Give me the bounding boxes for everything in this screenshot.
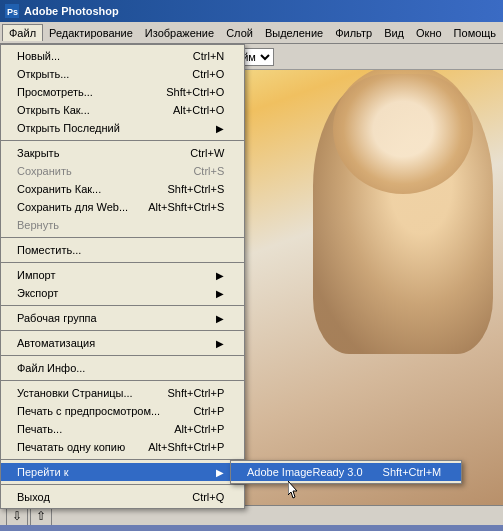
- separator-9: [1, 484, 244, 485]
- menu-save[interactable]: Сохранить Ctrl+S: [1, 162, 244, 180]
- main-area: Разрешение: пиксели/дюйм Новый... Ctrl+N…: [0, 44, 503, 525]
- menu-new[interactable]: Новый... Ctrl+N: [1, 47, 244, 65]
- app-icon: Ps: [4, 3, 20, 19]
- menu-bar: Файл Редактирование Изображение Слой Выд…: [0, 22, 503, 44]
- menu-layer[interactable]: Слой: [220, 25, 259, 41]
- file-dropdown-menu: Новый... Ctrl+N Открыть... Ctrl+O Просмо…: [0, 44, 245, 509]
- separator-5: [1, 330, 244, 331]
- menu-save-as[interactable]: Сохранить Как... Shft+Ctrl+S: [1, 180, 244, 198]
- menu-file[interactable]: Файл: [2, 24, 43, 41]
- menu-view[interactable]: Вид: [378, 25, 410, 41]
- separator-2: [1, 237, 244, 238]
- menu-goto[interactable]: Перейти к ▶: [1, 463, 244, 481]
- menu-place[interactable]: Поместить...: [1, 241, 244, 259]
- menu-image[interactable]: Изображение: [139, 25, 220, 41]
- separator-7: [1, 380, 244, 381]
- menu-browse[interactable]: Просмотреть... Shft+Ctrl+O: [1, 83, 244, 101]
- menu-workgroup[interactable]: Рабочая группа ▶: [1, 309, 244, 327]
- separator-3: [1, 262, 244, 263]
- menu-window[interactable]: Окно: [410, 25, 448, 41]
- menu-automate[interactable]: Автоматизация ▶: [1, 334, 244, 352]
- submenu-imageready[interactable]: Adobe ImageReady 3.0 Shft+Ctrl+M: [231, 463, 461, 481]
- goto-submenu: Adobe ImageReady 3.0 Shft+Ctrl+M: [230, 460, 462, 484]
- menu-print-preview[interactable]: Печать с предпросмотром... Ctrl+P: [1, 402, 244, 420]
- jump-to-icon: ⇩: [12, 509, 22, 523]
- separator-8: [1, 459, 244, 460]
- menu-edit[interactable]: Редактирование: [43, 25, 139, 41]
- menu-revert: Вернуть: [1, 216, 244, 234]
- menu-print-one[interactable]: Печатать одну копию Alt+Shft+Ctrl+P: [1, 438, 244, 456]
- menu-close[interactable]: Закрыть Ctrl+W: [1, 144, 244, 162]
- separator-6: [1, 355, 244, 356]
- menu-open-as[interactable]: Открыть Как... Alt+Ctrl+O: [1, 101, 244, 119]
- menu-page-setup[interactable]: Установки Страницы... Shft+Ctrl+P: [1, 384, 244, 402]
- menu-print[interactable]: Печать... Alt+Ctrl+P: [1, 420, 244, 438]
- menu-import[interactable]: Импорт ▶: [1, 266, 244, 284]
- title-bar: Ps Adobe Photoshop: [0, 0, 503, 22]
- menu-select[interactable]: Выделение: [259, 25, 329, 41]
- menu-file-info[interactable]: Файл Инфо...: [1, 359, 244, 377]
- menu-save-web[interactable]: Сохранить для Web... Alt+Shft+Ctrl+S: [1, 198, 244, 216]
- separator-4: [1, 305, 244, 306]
- menu-open-recent[interactable]: Открыть Последний ▶: [1, 119, 244, 137]
- menu-help[interactable]: Помощь: [448, 25, 503, 41]
- menu-filter[interactable]: Фильтр: [329, 25, 378, 41]
- svg-text:Ps: Ps: [7, 7, 18, 17]
- menu-open[interactable]: Открыть... Ctrl+O: [1, 65, 244, 83]
- separator-1: [1, 140, 244, 141]
- app-title: Adobe Photoshop: [24, 5, 119, 17]
- menu-export[interactable]: Экспорт ▶: [1, 284, 244, 302]
- arrow-up-icon: ⇧: [36, 509, 46, 523]
- menu-exit[interactable]: Выход Ctrl+Q: [1, 488, 244, 506]
